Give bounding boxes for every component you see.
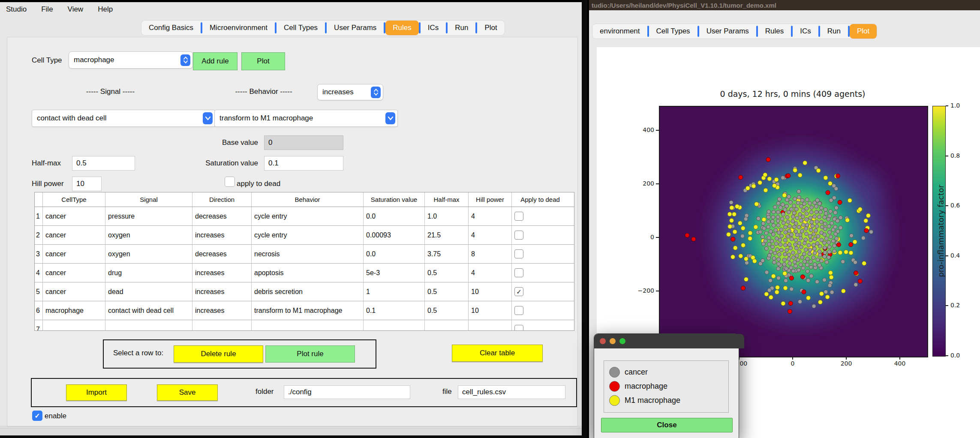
table-cell[interactable]: dead — [105, 282, 192, 301]
tab-run[interactable]: Run — [448, 21, 475, 35]
row-number[interactable]: 4 — [35, 264, 43, 282]
table-row[interactable]: 1cancerpressuredecreasescycle entry0.01.… — [35, 207, 574, 226]
table-cell[interactable]: cancer — [43, 207, 105, 225]
row-number[interactable]: 2 — [35, 226, 43, 244]
apply-to-dead-row-checkbox[interactable]: ✓ — [514, 287, 523, 296]
table-cell[interactable]: oxygen — [105, 245, 192, 263]
table-cell[interactable]: 0.1 — [364, 301, 425, 320]
column-header[interactable]: Behavior — [252, 192, 364, 207]
table-cell[interactable]: increases — [192, 301, 252, 320]
table-cell[interactable]: 10 — [469, 301, 512, 320]
menu-view[interactable]: View — [68, 5, 84, 14]
delete-rule-button[interactable]: Delete rule — [174, 345, 263, 363]
table-cell[interactable] — [105, 320, 192, 331]
clear-table-button[interactable]: Clear table — [452, 345, 543, 362]
table-cell[interactable]: pressure — [105, 207, 192, 225]
hill-power-input[interactable]: 10 — [72, 177, 102, 191]
table-cell[interactable]: cycle entry — [252, 207, 364, 225]
tab-microenvironment[interactable]: Microenvironment — [202, 21, 275, 35]
apply-to-dead-row-checkbox[interactable] — [514, 212, 523, 221]
tab-ics[interactable]: ICs — [421, 21, 446, 35]
table-cell[interactable]: oxygen — [105, 226, 192, 244]
save-button[interactable]: Save — [157, 384, 218, 401]
table-cell[interactable]: 5e-3 — [364, 264, 425, 282]
menu-help[interactable]: Help — [98, 5, 113, 14]
table-cell[interactable]: necrosis — [252, 245, 364, 263]
half-max-input[interactable]: 0.5 — [72, 156, 135, 171]
table-row[interactable]: 7 — [35, 320, 574, 331]
apply-to-dead-row-checkbox[interactable] — [514, 249, 523, 258]
minimize-traffic-light[interactable] — [610, 338, 616, 344]
table-cell[interactable]: 0.0 — [364, 245, 425, 263]
table-cell[interactable]: 4 — [469, 264, 512, 282]
table-cell[interactable]: 0.5 — [425, 282, 469, 301]
plot-tab-run[interactable]: Run — [820, 24, 848, 39]
table-cell[interactable]: 10 — [469, 282, 512, 301]
table-cell[interactable]: 0.5 — [425, 264, 469, 282]
apply-to-dead-row-checkbox[interactable] — [514, 306, 523, 315]
tab-cell-types[interactable]: Cell Types — [277, 21, 325, 35]
add-rule-button[interactable]: Add rule — [193, 52, 237, 70]
rules-table[interactable]: CellTypeSignalDirectionBehaviorSaturatio… — [34, 192, 574, 331]
table-cell[interactable]: 1.0 — [425, 207, 469, 225]
plot-window-titlebar[interactable]: tudio:/Users/heiland/dev/PhysiCell_V1.10… — [589, 0, 980, 10]
apply-to-dead-row-checkbox[interactable] — [514, 231, 523, 240]
chevron-down-icon[interactable] — [385, 112, 395, 124]
table-cell[interactable]: cancer — [43, 226, 105, 244]
row-number[interactable]: 5 — [35, 282, 43, 301]
row-number[interactable]: 6 — [35, 301, 43, 320]
plot-tab-rules[interactable]: Rules — [758, 24, 791, 39]
table-cell[interactable]: contact with dead cell — [105, 301, 192, 320]
column-header[interactable]: Saturation value — [364, 192, 425, 207]
plot-tab-environment[interactable]: environment — [592, 24, 647, 39]
popup-titlebar[interactable] — [594, 334, 744, 348]
table-cell[interactable] — [43, 320, 105, 331]
table-cell[interactable]: 3.75 — [425, 245, 469, 263]
table-cell[interactable]: 21.5 — [425, 226, 469, 244]
table-cell[interactable]: increases — [192, 282, 252, 301]
table-cell[interactable]: 4 — [469, 226, 512, 244]
table-cell[interactable]: cancer — [43, 264, 105, 282]
table-row[interactable]: 5cancerdeadincreasesdebris secretion10.5… — [35, 282, 574, 301]
table-cell[interactable]: cancer — [43, 282, 105, 301]
table-cell[interactable] — [425, 320, 469, 331]
tab-rules[interactable]: Rules — [385, 21, 418, 35]
column-header[interactable] — [35, 192, 43, 207]
updown-spinner-icon[interactable] — [371, 87, 381, 98]
table-cell[interactable]: macrophage — [43, 301, 105, 320]
column-header[interactable]: Direction — [192, 192, 252, 207]
maximize-traffic-light[interactable] — [619, 338, 625, 344]
table-cell[interactable]: decreases — [192, 245, 252, 263]
table-cell[interactable]: 4 — [469, 207, 512, 225]
apply-to-dead-checkbox[interactable] — [225, 177, 235, 187]
tab-config-basics[interactable]: Config Basics — [141, 21, 201, 35]
column-header[interactable]: CellType — [43, 192, 105, 207]
apply-to-dead-row-checkbox[interactable] — [514, 268, 523, 277]
table-cell[interactable]: drug — [105, 264, 192, 282]
column-header[interactable]: Half-max — [425, 192, 469, 207]
plot-tab-plot[interactable]: Plot — [850, 24, 877, 39]
close-button[interactable]: Close — [601, 418, 733, 432]
table-cell[interactable]: 0.0 — [364, 207, 425, 225]
menu-file[interactable]: File — [41, 5, 53, 14]
saturation-input[interactable]: 0.1 — [264, 156, 343, 171]
plot-tab-cell-types[interactable]: Cell Types — [649, 24, 697, 39]
tab-plot[interactable]: Plot — [477, 21, 504, 35]
column-header[interactable]: Signal — [105, 192, 192, 207]
menu-studio[interactable]: Studio — [6, 5, 27, 14]
table-row[interactable]: 2canceroxygenincreasescycle entry0.00093… — [35, 226, 574, 245]
table-cell[interactable]: decreases — [192, 207, 252, 225]
table-cell[interactable]: cancer — [43, 245, 105, 263]
enable-checkbox[interactable]: ✓ — [32, 411, 42, 421]
table-cell[interactable] — [252, 320, 364, 331]
row-number[interactable]: 1 — [35, 207, 43, 225]
row-number[interactable]: 7 — [35, 320, 43, 331]
table-row[interactable]: 3canceroxygendecreasesnecrosis0.03.758 — [35, 245, 574, 264]
plot-button[interactable]: Plot — [241, 52, 285, 70]
column-header[interactable]: Hill power — [469, 192, 512, 207]
column-header[interactable]: Apply to dead — [512, 192, 568, 207]
row-number[interactable]: 3 — [35, 245, 43, 263]
file-input[interactable]: cell_rules.csv — [458, 385, 565, 399]
plot-tab-ics[interactable]: ICs — [793, 24, 818, 39]
table-row[interactable]: 6macrophagecontact with dead cellincreas… — [35, 301, 574, 320]
